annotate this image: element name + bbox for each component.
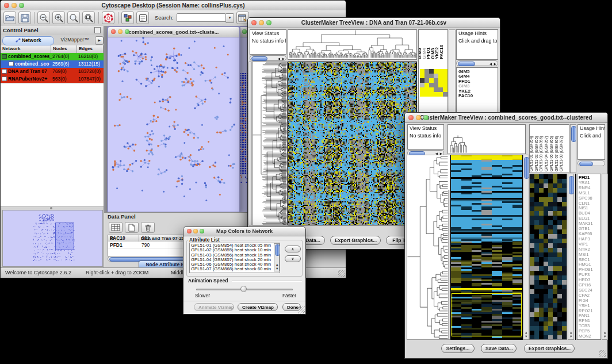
gene-label[interactable]: TCB3 [579,324,600,329]
speed-slider-thumb[interactable] [240,286,247,292]
zoom-selected-icon[interactable] [82,12,95,24]
gene-label[interactable]: RPO21 [579,309,600,314]
zoom-fit-icon[interactable] [67,12,80,24]
gene-label[interactable]: GIM4 [458,74,498,79]
labels-vscrollbar[interactable] [570,124,576,173]
gene-label[interactable]: PFD1 [458,79,498,84]
birdseye-canvas[interactable] [3,210,101,265]
zoom-window-icon[interactable] [125,29,129,34]
scroll-left-icon[interactable]: ◀ [278,57,280,60]
minimize-icon[interactable] [193,229,198,233]
resize-grip[interactable] [599,350,606,357]
gene-label[interactable]: VIP1 [579,242,600,247]
similarity-matrix[interactable] [420,69,447,97]
gene-label[interactable]: RNR4 [579,186,600,191]
gene-label[interactable]: SPC98 [579,196,600,201]
view-status-scrollbar[interactable]: ◀ ▶ [250,55,286,61]
gene-label[interactable]: YKE2 [458,89,498,94]
gene-list-vscrollbar[interactable]: ▲ ▼ [602,174,608,340]
gene-label[interactable]: ELG1 [579,216,600,221]
scroll-up-icon[interactable]: ▲ [569,331,572,334]
close-icon[interactable] [408,115,414,120]
scroll-down-icon[interactable]: ▼ [276,267,278,270]
close-icon[interactable] [187,229,192,233]
gene-label[interactable]: CPA2 [579,293,600,298]
minimize-icon[interactable] [416,115,421,120]
row-dendrogram-panel[interactable] [252,62,288,225]
gene-label[interactable]: NTR2 [579,247,600,252]
scroll-right-icon[interactable]: ▶ [282,57,285,60]
dialog-titlebar[interactable]: Map Colors to Network [183,227,305,236]
attribute-list-item[interactable]: GPL51-07 (GSM868) heat shock 60 min [191,267,280,271]
gene-label[interactable]: NIS1 [579,206,600,211]
network1-titlebar[interactable]: combined_scores_good.txt--cluste... [108,27,239,37]
column-header-edges[interactable]: Edges [77,45,104,53]
animate-vizmap-button[interactable]: Animate Vizmap [194,303,234,311]
gene-label[interactable]: PFD1 [579,175,600,181]
tab-overflow-button[interactable]: ▶ [95,36,104,45]
selection-zoom-panel[interactable] [529,174,567,340]
main-titlebar[interactable]: Cytoscape Desktop (Session Name: collins… [1,1,346,11]
gene-label[interactable]: GIM3 [458,84,498,89]
zoom-out-icon[interactable] [37,12,50,24]
search-dropdown-icon[interactable]: ▼ [225,13,234,23]
row-dendrogram-panel[interactable] [407,155,450,340]
attribute-list-vscrollbar[interactable]: ▲ ▼ [274,243,280,271]
save-icon[interactable] [18,12,31,24]
gene-label[interactable]: PUF3 [579,273,600,278]
tab-vizmapper[interactable]: VizMapper™ [56,36,94,44]
birdseye-view[interactable] [2,210,103,267]
save-data-button[interactable]: Save Data... [481,344,517,353]
scroll-up-icon[interactable]: ▲ [525,331,527,334]
gene-label[interactable]: CLN1 [579,201,600,206]
gene-label[interactable]: RPN1 [579,319,600,324]
gene-label[interactable]: GIM5 [458,70,498,74]
zoom-window-icon[interactable] [19,3,24,8]
gene-label[interactable]: SEC1 [579,258,600,263]
gene-label[interactable]: SEC24 [579,288,600,293]
close-icon[interactable] [111,29,116,34]
network-tree-area[interactable] [1,83,104,207]
gene-label[interactable]: HRD3 [579,278,600,283]
network-view-window[interactable]: combined_scores_good.txt--cluste... [107,26,240,212]
scroll-down-icon[interactable]: ▼ [603,335,606,338]
attribute-list[interactable]: GPL51-01 (GSM854) heat shock 05 minGPL51… [189,243,280,273]
resize-grip[interactable] [338,270,345,277]
gene-label[interactable]: YRA1 [579,181,600,186]
column-dendrogram-panel[interactable] [447,124,526,154]
zoom-window-icon[interactable] [200,229,204,233]
search-input[interactable] [177,13,226,22]
export-graphics-button[interactable]: Export Graphics... [524,344,575,353]
network-list-item[interactable]: RNAPuberNov2+563(0)107847(0) [1,75,104,83]
splitter-handle[interactable] [50,207,52,209]
new-document-icon[interactable] [125,222,139,233]
gene-label[interactable]: GPI16 [579,283,600,288]
column-header-nodes[interactable]: Nodes [51,45,77,53]
heatmap-vscrollbar[interactable]: ▲ ▼ [523,155,529,340]
float-panel-icon[interactable] [94,27,101,33]
treeview2-titlebar[interactable]: ClusterMaker TreeView : combined_scores_… [405,113,607,123]
network-list-item[interactable]: DNA and Tran 07769(0)183728(0) [1,68,104,75]
close-icon[interactable] [251,20,257,25]
network-list-item[interactable]: combined_scores_2764(0)16218(0) [1,53,104,60]
scroll-up-icon[interactable]: ▲ [276,263,278,266]
heatmap-panel[interactable] [288,62,417,225]
gene-label[interactable]: PHO81 [579,267,600,273]
vizmapper-icon[interactable] [121,12,134,24]
move-down-button[interactable]: ∨ [285,255,301,262]
resize-grip[interactable] [298,306,305,313]
gene-label[interactable]: MSL1 [579,191,600,196]
gene-list[interactable]: PFD1YRA1RNR4MSL1SPC98CLN1NIS1BUD4ELG1MAK… [577,174,601,340]
usage-hints-scrollbar[interactable]: ◀ ▶ [456,60,498,66]
tab-network[interactable]: Network [2,36,54,45]
trash-icon[interactable] [141,222,155,233]
gene-label[interactable]: HAP3 [579,237,600,242]
help-icon[interactable] [102,12,114,24]
zoom-in-icon[interactable] [52,12,65,24]
open-icon[interactable] [3,12,16,24]
scroll-right-icon[interactable]: ▶ [494,62,496,66]
gene-label[interactable]: KAP95 [579,232,600,237]
zoom-vscrollbar[interactable]: ▲ ▼ [568,174,574,340]
scroll-down-icon[interactable]: ▼ [525,335,527,338]
close-icon[interactable] [4,3,9,8]
